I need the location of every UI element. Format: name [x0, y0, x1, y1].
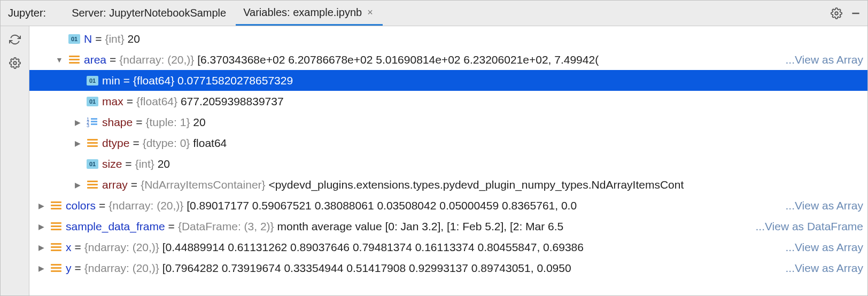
- var-type: {DataFrame: (3, 2)}: [178, 220, 274, 232]
- expand-icon[interactable]: ▶: [34, 264, 49, 272]
- server-tab[interactable]: Server: JupyterNotebookSample: [64, 1, 236, 26]
- ndarray-icon: [51, 243, 61, 252]
- var-row-area-min[interactable]: 01 min={float64} 0.07715820278657329: [29, 70, 867, 91]
- refresh-icon: [9, 34, 21, 45]
- var-row-area-array[interactable]: ▶ array={NdArrayItemsContainer} <pydevd_…: [29, 174, 867, 195]
- refresh-button[interactable]: [7, 32, 23, 48]
- var-row-area-dtype[interactable]: ▶ dtype={dtype: 0} float64: [29, 133, 867, 153]
- var-name: colors: [66, 199, 96, 212]
- tuple-icon: [87, 118, 98, 127]
- var-type: {tuple: 1}: [145, 116, 190, 128]
- var-name: dtype: [102, 137, 129, 149]
- gear-icon: [9, 57, 21, 69]
- side-toolbar: [1, 26, 29, 295]
- var-value: 0.07715820278657329: [177, 74, 293, 87]
- ndarray-icon: [69, 55, 80, 65]
- var-row-area-shape[interactable]: ▶ shape={tuple: 1} 20: [29, 112, 867, 133]
- var-name: sample_data_frame: [66, 220, 165, 232]
- ndarray-icon: [87, 138, 98, 148]
- svg-point-0: [835, 12, 838, 15]
- int-icon: 01: [68, 34, 80, 44]
- var-row-area[interactable]: ▼ area={ndarray: (20,)} [6.37034368e+02 …: [29, 49, 867, 70]
- var-name: size: [102, 158, 122, 170]
- view-as-dataframe-link[interactable]: ...View as DataFrame: [753, 220, 863, 233]
- var-value: [0.89017177 0.59067521 0.38088061 0.0350…: [187, 199, 577, 212]
- var-name: array: [102, 178, 128, 191]
- var-type: {dtype: 0}: [143, 137, 190, 149]
- var-value: [0.44889914 0.61131262 0.89037646 0.7948…: [162, 241, 584, 253]
- var-type: {ndarray: (20,)}: [84, 241, 159, 253]
- var-row-N[interactable]: 01 N={int} 20: [29, 28, 867, 49]
- var-name: x: [66, 241, 72, 253]
- var-name: max: [102, 95, 123, 107]
- var-type: {int}: [105, 33, 124, 45]
- var-value: 20: [193, 116, 205, 128]
- ndarray-icon: [51, 263, 61, 273]
- int-icon: 01: [87, 159, 98, 169]
- int-icon: 01: [87, 97, 98, 106]
- var-value: [6.37034368e+02 6.20786678e+02 5.0169081…: [197, 53, 599, 66]
- var-type: {ndarray: (20,)}: [108, 199, 183, 212]
- svg-point-2: [13, 61, 17, 65]
- var-value: month average value [0: Jan 3.2], [1: Fe…: [277, 220, 563, 232]
- expand-icon[interactable]: ▶: [34, 201, 49, 210]
- minimize-button[interactable]: [848, 6, 863, 21]
- settings-button[interactable]: [829, 6, 844, 21]
- var-value: 20: [128, 33, 140, 45]
- var-row-area-size[interactable]: 01 size={int} 20: [29, 153, 867, 174]
- view-as-array-link[interactable]: ...View as Array: [783, 199, 863, 212]
- var-row-x[interactable]: ▶ x={ndarray: (20,)} [0.44889914 0.61131…: [29, 237, 867, 258]
- var-type: {float64}: [133, 74, 174, 87]
- var-name: y: [66, 262, 72, 274]
- variables-tab-label: Variables: example.ipynb: [243, 6, 362, 19]
- var-value: <pydevd_plugins.extensions.types.pydevd_…: [268, 178, 684, 191]
- close-icon[interactable]: ×: [367, 7, 373, 18]
- ndarray-icon: [51, 222, 61, 231]
- var-value: 677.2059398839737: [181, 95, 284, 107]
- int-icon: 01: [87, 76, 98, 85]
- var-name: area: [84, 53, 106, 66]
- view-as-array-link[interactable]: ...View as Array: [783, 262, 863, 275]
- var-name: N: [84, 33, 92, 45]
- var-type: {int}: [135, 158, 154, 170]
- ndarray-icon: [51, 201, 61, 211]
- expand-icon[interactable]: ▶: [34, 222, 49, 231]
- tool-settings-button[interactable]: [7, 55, 23, 71]
- expand-icon[interactable]: ▶: [70, 181, 85, 189]
- server-tab-label: Server: JupyterNotebookSample: [72, 7, 226, 19]
- var-type: {ndarray: (20,)}: [119, 53, 194, 66]
- var-name: shape: [102, 116, 133, 128]
- var-type: {NdArrayItemsContainer}: [141, 178, 265, 191]
- var-value: 20: [158, 158, 170, 170]
- var-value: float64: [193, 137, 227, 149]
- view-as-array-link[interactable]: ...View as Array: [783, 53, 863, 66]
- variables-tree[interactable]: 01 N={int} 20 ▼ area={ndarray: (20,)} [6…: [29, 26, 867, 295]
- view-as-array-link[interactable]: ...View as Array: [783, 241, 863, 254]
- var-row-y[interactable]: ▶ y={ndarray: (20,)} [0.7964282 0.739196…: [29, 258, 867, 278]
- var-name: min: [102, 74, 120, 87]
- panel-header: Jupyter: Server: JupyterNotebookSample V…: [1, 1, 867, 26]
- expand-icon[interactable]: ▶: [34, 243, 49, 252]
- minimize-icon: [850, 8, 861, 19]
- var-row-area-max[interactable]: 01 max={float64} 677.2059398839737: [29, 91, 867, 112]
- jupyter-label: Jupyter:: [8, 7, 46, 19]
- var-type: {ndarray: (20,)}: [84, 262, 159, 274]
- variables-tab[interactable]: Variables: example.ipynb ×: [236, 1, 383, 26]
- gear-icon: [831, 7, 842, 19]
- ndarray-icon: [87, 180, 98, 190]
- expand-icon[interactable]: ▶: [70, 118, 85, 127]
- var-row-colors[interactable]: ▶ colors={ndarray: (20,)} [0.89017177 0.…: [29, 195, 867, 216]
- var-value: [0.7964282 0.73919674 0.33354944 0.51417…: [162, 262, 571, 274]
- expand-icon[interactable]: ▶: [70, 139, 85, 147]
- var-type: {float64}: [136, 95, 177, 107]
- collapse-icon[interactable]: ▼: [52, 56, 67, 64]
- var-row-sample-data-frame[interactable]: ▶ sample_data_frame={DataFrame: (3, 2)} …: [29, 216, 867, 237]
